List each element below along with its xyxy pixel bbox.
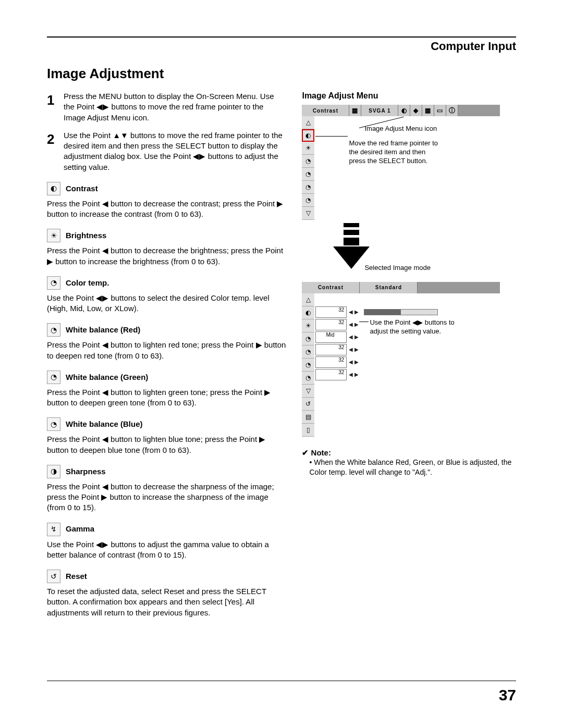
param-title: White balance (Green) [66, 372, 148, 382]
callout-selected-mode: Selected Image mode [364, 264, 563, 273]
lr-arrows-icon: ◀ ▶ [347, 372, 361, 377]
value-cell: 32 [315, 356, 347, 368]
topbar-icon: ▭ [434, 105, 446, 116]
lr-arrows-icon: ◀ ▶ [347, 347, 361, 352]
lr-arrows-icon: ◀ ▶ [347, 322, 361, 327]
param-brightness: ☀ Brightness [47, 229, 286, 242]
callout-pointer: Move the red frame pointer to the desire… [349, 139, 443, 166]
callout-menu-icon: Image Adjust Menu icon [364, 125, 437, 133]
colortemp-row-icon: ◔ [302, 155, 314, 168]
value-cell: 32 [315, 319, 347, 330]
param-title: Color temp. [66, 278, 109, 288]
dialog-icon-strip: △ ◐ ☀ ◔ ◔ ◔ ◔ ▽ ↺ ▤ ▯ [302, 293, 314, 437]
param-title: Gamma [66, 524, 94, 534]
section-header: Computer Input [431, 40, 516, 53]
svg-rect-1 [344, 230, 359, 235]
brightness-icon: ☀ [47, 229, 60, 242]
wb-green-row-icon: ◔ [302, 181, 314, 194]
value-row: 32 ◀ ▶ [314, 343, 438, 356]
step-number: 1 [47, 91, 57, 123]
value-cell: Mid [315, 331, 347, 343]
step-text: Use the Point ▲▼ buttons to move the red… [64, 130, 286, 172]
menu-illustration-dialog: Contrast Standard △ ◐ ☀ ◔ ◔ ◔ ◔ ▽ ↺ ▤ [302, 282, 500, 437]
right-heading: Image Adjust Menu [302, 91, 516, 101]
topbar-mode: SVGA 1 [361, 105, 398, 116]
wb-green-icon: ◔ [47, 371, 60, 384]
param-desc: Press the Point ◀ button to decrease the… [47, 199, 286, 220]
menu-icon-strip: △ ◐ ☀ ◔ ◔ ◔ ◔ ▽ [302, 116, 314, 220]
wb-red-row-icon: ◔ [302, 168, 314, 181]
step-number: 2 [47, 130, 57, 172]
contrast-row-icon: ◐ [302, 306, 314, 319]
dialog-values: 32 ◀ ▶ 32 ◀ ▶ Mid ◀ ▶ 3 [314, 293, 438, 437]
param-title: White balance (Blue) [66, 419, 143, 429]
colortemp-icon: ◔ [47, 276, 60, 290]
param-desc: Press the Point ◀ button to lighten blue… [47, 434, 286, 455]
scroll-up-icon: △ [302, 293, 314, 306]
menu-topbar: Contrast ▦ SVGA 1 ◐ ◆ ▦ ▭ ⓘ [302, 105, 500, 116]
instructions-column: 1 Press the MENU button to display the O… [47, 91, 286, 620]
param-title: Sharpness [66, 466, 106, 477]
param-title: White balance (Red) [66, 325, 140, 335]
callout-adjust: Use the Point ◀▶ buttons to adjust the s… [370, 318, 474, 336]
slider [364, 309, 438, 315]
page-title: Image Adjustment [47, 66, 516, 82]
contrast-icon: ◐ [47, 182, 60, 195]
wb-blue-icon: ◔ [47, 417, 60, 431]
page-number: 37 [499, 686, 516, 704]
topbar-icon: ▦ [422, 105, 434, 116]
wb-red-row-icon: ◔ [302, 346, 314, 359]
colortemp-row-icon: ◔ [302, 332, 314, 346]
value-cell: 32 [315, 306, 347, 318]
value-row: 32 ◀ ▶ [314, 356, 438, 368]
param-desc: Use the Point ◀▶ buttons to adjust the g… [47, 539, 286, 561]
wb-blue-row-icon: ◔ [302, 372, 314, 385]
down-arrow-icon [328, 223, 516, 270]
param-title: Reset [66, 571, 87, 582]
scroll-up-icon: △ [302, 116, 314, 129]
value-cell: 32 [315, 344, 347, 355]
svg-rect-2 [344, 238, 359, 245]
step-2: 2 Use the Point ▲▼ buttons to move the r… [47, 130, 286, 172]
store-row-icon: ▤ [302, 411, 314, 424]
topbar-icon: ◐ [398, 105, 410, 116]
param-title: Brightness [66, 230, 106, 241]
topbar-icon: ⓘ [446, 105, 458, 116]
note-heading: ✔ Note: [302, 448, 516, 458]
lr-arrows-icon: ◀ ▶ [347, 309, 361, 315]
lr-arrows-icon: ◀ ▶ [347, 359, 361, 365]
param-title: Contrast [66, 183, 98, 194]
wb-green-row-icon: ◔ [302, 359, 314, 372]
topbar-icon: ▦ [349, 105, 361, 116]
contrast-row-icon: ◐ [302, 129, 314, 142]
svg-rect-0 [344, 223, 359, 227]
param-colortemp: ◔ Color temp. [47, 276, 286, 290]
dialog-topbar: Contrast Standard [302, 282, 500, 293]
param-contrast: ◐ Contrast [47, 182, 286, 195]
menu-illustration-top: Contrast ▦ SVGA 1 ◐ ◆ ▦ ▭ ⓘ △ ◐ ☀ ◔ ◔ ◔ … [302, 105, 500, 220]
value-row: 32 ◀ ▶ [314, 368, 438, 381]
param-desc: To reset the adjusted data, select Reset… [47, 586, 286, 618]
topbar-label: Contrast [302, 105, 349, 116]
dialog-label: Contrast [302, 282, 360, 293]
gamma-icon: ↯ [47, 523, 60, 536]
reset-icon: ↺ [47, 570, 60, 583]
param-gamma: ↯ Gamma [47, 523, 286, 536]
param-desc: Press the Point ◀ button to lighten gree… [47, 387, 286, 409]
wb-red-icon: ◔ [47, 323, 60, 337]
scroll-down-icon: ▽ [302, 207, 314, 220]
illustration-column: Image Adjust Menu Contrast ▦ SVGA 1 ◐ ◆ … [302, 91, 516, 620]
param-reset: ↺ Reset [47, 570, 286, 583]
param-wb-blue: ◔ White balance (Blue) [47, 417, 286, 431]
note-body: • When the White balance Red, Green, or … [309, 458, 516, 477]
param-wb-green: ◔ White balance (Green) [47, 371, 286, 384]
param-desc: Press the Point ◀ button to decrease the… [47, 245, 286, 267]
param-desc: Press the Point ◀ button to decrease the… [47, 482, 286, 513]
scroll-down-icon: ▽ [302, 385, 314, 398]
brightness-row-icon: ☀ [302, 319, 314, 332]
wb-blue-row-icon: ◔ [302, 194, 314, 207]
param-desc: Press the Point ◀ button to lighten red … [47, 340, 286, 361]
param-sharpness: ◑ Sharpness [47, 465, 286, 478]
brightness-row-icon: ☀ [302, 142, 314, 155]
value-row: 32 ◀ ▶ [314, 306, 438, 318]
